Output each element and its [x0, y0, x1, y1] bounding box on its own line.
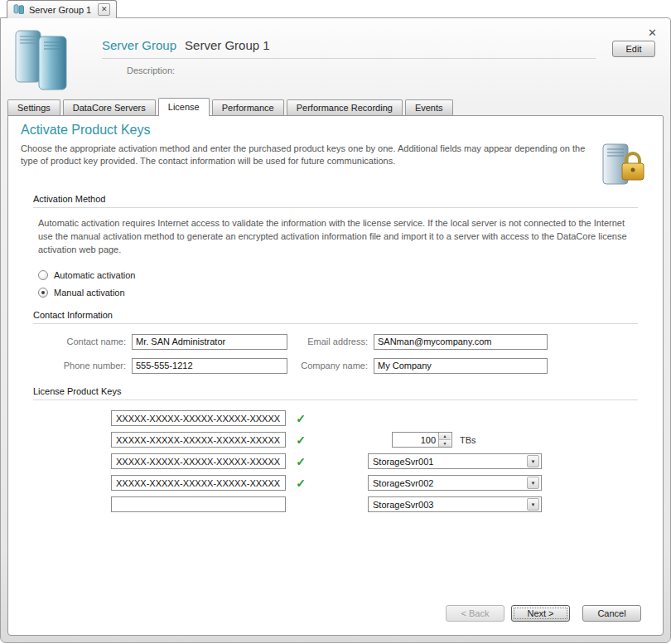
spinner-up-icon[interactable]: ▲: [439, 433, 451, 440]
company-name-label: Company name:: [292, 361, 369, 370]
key-extra-field: StorageSvr001▼: [368, 453, 575, 469]
license-key-row: ✓▲▼TBs: [33, 432, 638, 448]
email-address-label: Email address:: [292, 337, 369, 346]
radio-button-icon[interactable]: [38, 270, 48, 280]
document-tab[interactable]: Server Group 1 ✕: [7, 0, 117, 18]
activation-option[interactable]: Automatic activation: [38, 270, 638, 280]
email-address-input[interactable]: [374, 334, 548, 350]
activation-method-description: Automatic activation requires Internet a…: [38, 217, 638, 257]
contact-information-section: Contact Information Contact name: Email …: [33, 310, 638, 374]
chevron-down-icon[interactable]: ▼: [527, 477, 539, 489]
server-group-icon: [13, 4, 25, 16]
contact-name-input[interactable]: [132, 334, 287, 350]
license-key-row: ✓StorageSvr003▼: [33, 496, 638, 513]
server-select-value: StorageSvr003: [373, 500, 433, 510]
section-page-title: Activate Product Keys: [21, 123, 656, 138]
activation-options: Automatic activationManual activation: [38, 270, 638, 298]
license-product-keys-section: License Product Keys ✓✓▲▼TBs✓StorageSvr0…: [33, 386, 638, 513]
activation-method-section: Activation Method Automatic activation r…: [33, 194, 638, 298]
description-label: Description:: [127, 65, 644, 75]
product-key-input[interactable]: [111, 496, 286, 512]
document-tab-label: Server Group 1: [29, 5, 91, 15]
product-key-input[interactable]: [111, 432, 286, 448]
next-button[interactable]: Next >: [511, 605, 570, 622]
contact-information-title: Contact Information: [33, 310, 638, 324]
tab-close-icon[interactable]: ✕: [98, 3, 110, 16]
radio-button-icon[interactable]: [38, 288, 48, 298]
capacity-unit-label: TBs: [460, 435, 476, 445]
tab-license[interactable]: License: [158, 98, 210, 116]
key-extra-field: ▲▼TBs: [368, 432, 575, 448]
server-select-value: StorageSvr001: [373, 457, 433, 467]
activation-option[interactable]: Manual activation: [38, 288, 638, 298]
capacity-spinner[interactable]: ▲▼: [392, 432, 452, 448]
phone-number-input[interactable]: [132, 358, 287, 374]
key-extra-field: StorageSvr002▼: [368, 475, 575, 491]
wizard-footer: < Back Next > Cancel: [439, 605, 641, 622]
server-group-large-icon: [9, 28, 80, 94]
group-type-label: Server Group: [102, 38, 176, 52]
chevron-down-icon[interactable]: ▼: [527, 498, 539, 511]
key-valid-check-icon: ✓: [292, 433, 310, 447]
capacity-input[interactable]: [393, 433, 438, 447]
license-tab-panel: Activate Product Keys Choose the appropr…: [7, 115, 664, 636]
license-key-row: ✓StorageSvr001▼: [33, 453, 638, 470]
contact-name-label: Contact name:: [33, 337, 128, 346]
key-extra-field: StorageSvr003▼: [368, 496, 575, 512]
server-select[interactable]: StorageSvr002▼: [368, 475, 542, 491]
spinner-down-icon[interactable]: ▼: [439, 440, 451, 447]
intro-text: Choose the appropriate activation method…: [21, 143, 591, 168]
header-divider: [102, 58, 596, 59]
product-key-input[interactable]: [111, 410, 286, 426]
server-group-window: ✕: [0, 17, 671, 643]
server-lock-icon: [598, 143, 646, 187]
tab-settings[interactable]: Settings: [7, 99, 60, 115]
server-select[interactable]: StorageSvr001▼: [368, 453, 542, 469]
edit-button[interactable]: Edit: [612, 41, 655, 57]
server-select[interactable]: StorageSvr003▼: [368, 496, 542, 512]
tab-datacore-servers[interactable]: DataCore Servers: [63, 99, 156, 115]
tab-performance[interactable]: Performance: [212, 99, 284, 115]
window-header: Server Group Server Group 1 Description:…: [1, 18, 670, 98]
phone-number-label: Phone number:: [33, 361, 128, 370]
tab-events[interactable]: Events: [405, 99, 453, 115]
chevron-down-icon[interactable]: ▼: [527, 455, 539, 467]
key-valid-check-icon: ✓: [292, 455, 310, 468]
page-title: Server Group 1: [185, 38, 270, 52]
document-tab-strip: Server Group 1 ✕: [0, 0, 671, 18]
back-button[interactable]: < Back: [446, 605, 504, 622]
tab-performance-recording[interactable]: Performance Recording: [287, 99, 403, 115]
radio-label: Manual activation: [54, 288, 125, 298]
tab-bar: SettingsDataCore ServersLicensePerforman…: [1, 98, 670, 115]
license-key-rows: ✓✓▲▼TBs✓StorageSvr001▼✓StorageSvr002▼✓St…: [33, 410, 638, 513]
key-valid-check-icon: ✓: [292, 412, 310, 425]
company-name-input[interactable]: [374, 358, 548, 374]
spinner-buttons[interactable]: ▲▼: [438, 433, 451, 447]
activation-method-title: Activation Method: [33, 194, 638, 208]
contact-form: Contact name: Email address: Phone numbe…: [33, 334, 638, 374]
license-key-row: ✓StorageSvr002▼: [33, 475, 638, 491]
server-select-value: StorageSvr002: [373, 478, 433, 488]
license-key-row: ✓: [33, 410, 638, 427]
product-key-input[interactable]: [111, 453, 286, 469]
key-valid-check-icon: ✓: [292, 477, 310, 490]
license-product-keys-title: License Product Keys: [33, 386, 638, 400]
product-key-input[interactable]: [111, 475, 286, 491]
radio-label: Automatic activation: [54, 270, 135, 280]
cancel-button[interactable]: Cancel: [582, 605, 641, 622]
